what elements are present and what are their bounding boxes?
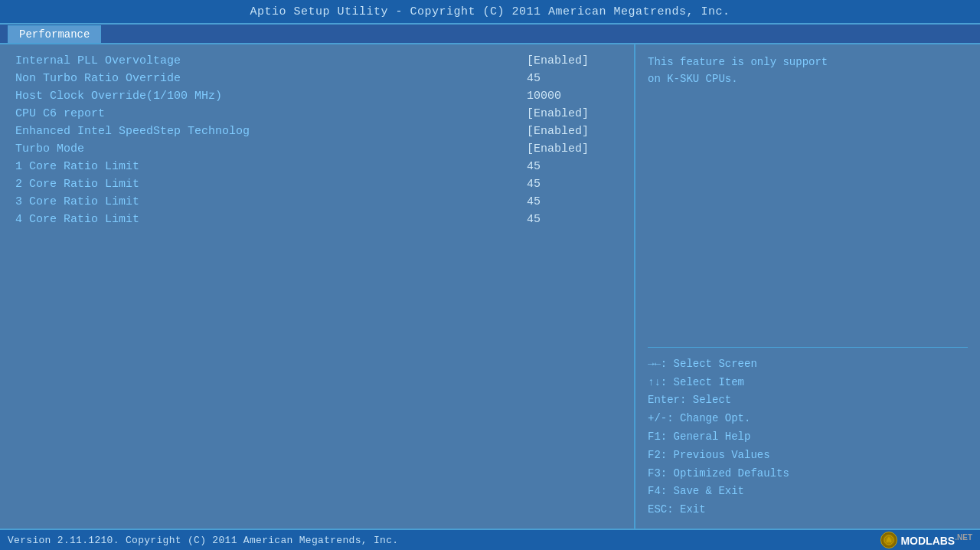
list-item[interactable]: Non Turbo Ratio Override 45 (15, 70, 619, 87)
key-hints: →←: Select Screen↑↓: Select ItemEnter: S… (648, 355, 968, 519)
key-hint-item: Enter: Select (648, 391, 968, 410)
item-name: Turbo Mode (15, 142, 84, 156)
key-hint-item: F4: Save & Exit (648, 483, 968, 501)
item-value: 45 (527, 160, 619, 173)
list-item[interactable]: 3 Core Ratio Limit 45 (15, 193, 619, 211)
item-value: 45 (527, 178, 619, 191)
item-name: 3 Core Ratio Limit (15, 195, 139, 208)
item-name: 2 Core Ratio Limit (15, 178, 139, 191)
item-value: 45 (527, 213, 619, 226)
key-hint-item: ESC: Exit (648, 501, 968, 519)
list-item[interactable]: Internal PLL Overvoltage [Enabled] (15, 52, 619, 70)
key-hint-item: →←: Select Screen (648, 355, 968, 374)
list-item[interactable]: Host Clock Override(1/100 MHz) 10000 (15, 87, 619, 105)
item-name: CPU C6 report (15, 107, 105, 120)
item-value: 45 (527, 195, 619, 208)
bottom-bar: Version 2.11.1210. Copyright (C) 2011 Am… (0, 529, 980, 550)
list-item[interactable]: Turbo Mode [Enabled] (15, 140, 619, 158)
footer-text: Version 2.11.1210. Copyright (C) 2011 Am… (8, 535, 398, 546)
key-hint-item: F2: Previous Values (648, 447, 968, 465)
divider (648, 347, 968, 348)
item-name: Non Turbo Ratio Override (15, 72, 181, 85)
help-text: This feature is only supporton K-SKU CPU… (648, 54, 968, 339)
main-content: Internal PLL Overvoltage [Enabled] Non T… (0, 44, 980, 529)
item-name: 1 Core Ratio Limit (15, 160, 139, 173)
item-name: 4 Core Ratio Limit (15, 213, 139, 226)
top-header-bar: Aptio Setup Utility - Copyright (C) 2011… (0, 0, 980, 25)
item-name: Enhanced Intel SpeedStep Technolog (15, 125, 250, 138)
modlabs-logo: MODLABS.NET (880, 532, 972, 548)
left-panel: Internal PLL Overvoltage [Enabled] Non T… (0, 44, 635, 529)
item-name: Internal PLL Overvoltage (15, 54, 181, 67)
key-hint-item: +/-: Change Opt. (648, 410, 968, 428)
item-value: 10000 (527, 90, 619, 103)
item-value: 45 (527, 72, 619, 85)
item-name: Host Clock Override(1/100 MHz) (15, 90, 222, 103)
list-item[interactable]: 1 Core Ratio Limit 45 (15, 158, 619, 175)
item-value: [Enabled] (527, 125, 619, 138)
key-hint-item: ↑↓: Select Item (648, 374, 968, 392)
list-item[interactable]: CPU C6 report [Enabled] (15, 105, 619, 123)
help-text-content: This feature is only supporton K-SKU CPU… (648, 56, 828, 85)
tab-row: Performance (0, 25, 980, 44)
tab-performance[interactable]: Performance (8, 25, 101, 43)
right-panel: This feature is only supporton K-SKU CPU… (635, 44, 980, 529)
list-item[interactable]: 4 Core Ratio Limit 45 (15, 211, 619, 228)
list-item[interactable]: 2 Core Ratio Limit 45 (15, 175, 619, 193)
item-value: [Enabled] (527, 142, 619, 156)
item-value: [Enabled] (527, 107, 619, 120)
modlabs-text: MODLABS.NET (900, 533, 972, 547)
header-title: Aptio Setup Utility - Copyright (C) 2011… (250, 5, 730, 18)
list-item[interactable]: Enhanced Intel SpeedStep Technolog [Enab… (15, 123, 619, 140)
key-hint-item: F1: General Help (648, 428, 968, 447)
item-value: [Enabled] (527, 54, 619, 67)
key-hint-item: F3: Optimized Defaults (648, 465, 968, 483)
modlabs-icon (880, 532, 897, 548)
